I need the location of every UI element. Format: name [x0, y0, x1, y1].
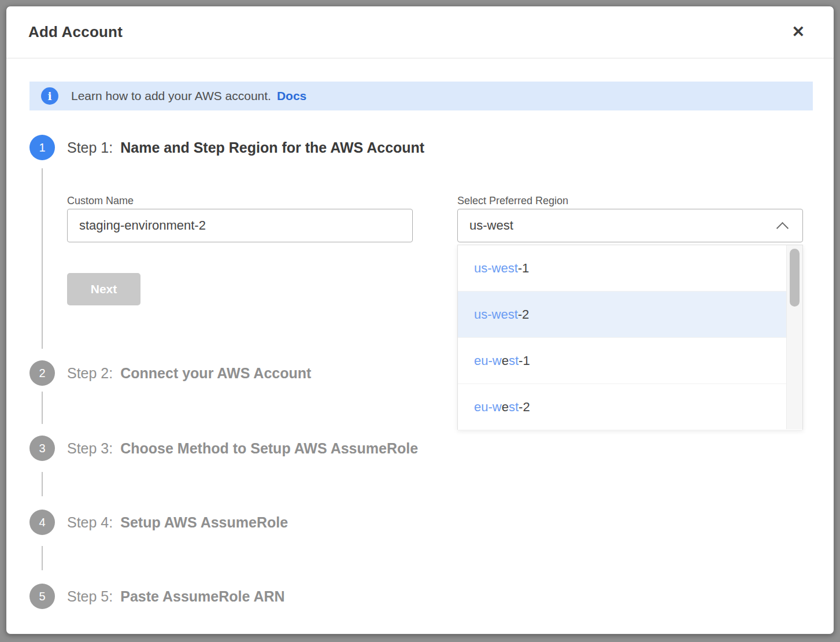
option-us-west-2[interactable]: us-west-2 [458, 292, 802, 338]
step-5-name: Paste AssumeRole ARN [120, 588, 284, 604]
option-text: us-west [474, 307, 518, 322]
custom-name-label: Custom Name [67, 193, 413, 209]
close-icon[interactable]: ✕ [789, 22, 807, 42]
option-text: st [509, 353, 519, 368]
step-4-label: Step 4: [67, 514, 113, 530]
next-button[interactable]: Next [67, 273, 140, 305]
option-text: -1 [519, 353, 530, 368]
step-5-label: Step 5: [67, 588, 113, 604]
option-text: e [502, 400, 509, 414]
step-4-title: Step 4:Setup AWS AssumeRole [67, 514, 288, 531]
step-3-name: Choose Method to Setup AWS AssumeRole [120, 440, 418, 456]
step-connector-2 [42, 392, 43, 424]
add-account-modal: Add Account ✕ i Learn how to add your AW… [6, 6, 834, 634]
option-eu-west-1[interactable]: eu-west-1 [458, 338, 802, 384]
step-4-row: 4 Step 4:Setup AWS AssumeRole [29, 510, 288, 535]
step-2-indicator: 2 [29, 360, 55, 386]
step-3-row: 3 Step 3:Choose Method to Setup AWS Assu… [29, 436, 418, 461]
option-text: e [502, 353, 509, 368]
dropdown-scrollbar[interactable] [786, 245, 802, 429]
step-connector-4 [42, 546, 43, 570]
step-5-title: Step 5:Paste AssumeRole ARN [67, 588, 285, 605]
step-1-label: Step 1: [67, 139, 113, 156]
region-label: Select Preferred Region [457, 193, 803, 209]
scrollbar-thumb[interactable] [790, 249, 800, 307]
option-eu-west-2[interactable]: eu-west-2 [458, 384, 802, 430]
info-icon: i [41, 87, 58, 105]
option-us-west-1[interactable]: us-west-1 [458, 245, 802, 292]
step-2-row: 2 Step 2:Connect your AWS Account [29, 360, 311, 386]
page-title: Add Account [28, 23, 123, 41]
docs-link[interactable]: Docs [277, 89, 306, 103]
step-3-indicator: 3 [29, 436, 55, 461]
option-text: -1 [518, 261, 530, 275]
step-1-title: Step 1:Name and Step Region for the AWS … [67, 139, 424, 156]
info-banner: i Learn how to add your AWS account. Doc… [29, 82, 813, 110]
modal-body: i Learn how to add your AWS account. Doc… [6, 58, 834, 634]
option-text: eu-w [474, 353, 502, 368]
option-text: st [509, 400, 519, 414]
step-3-title: Step 3:Choose Method to Setup AWS Assume… [67, 440, 418, 457]
step-5-row: 5 Step 5:Paste AssumeRole ARN [29, 584, 285, 609]
option-text: eu-w [474, 400, 502, 414]
option-text: -2 [519, 400, 530, 414]
region-field: Select Preferred Region us-west-1 us-wes… [457, 193, 803, 242]
custom-name-input[interactable] [67, 209, 413, 242]
step-3-label: Step 3: [67, 440, 113, 456]
step-1-row: 1 Step 1:Name and Step Region for the AW… [29, 135, 424, 160]
step-1-indicator: 1 [29, 135, 55, 160]
step-connector-1 [42, 168, 43, 349]
step-4-name: Setup AWS AssumeRole [120, 514, 288, 530]
region-dropdown: us-west-1 us-west-2 eu-west-1 eu-west-2 [457, 245, 803, 430]
step-1-name: Name and Step Region for the AWS Account [120, 139, 424, 156]
step-4-indicator: 4 [29, 510, 55, 535]
step-2-title: Step 2:Connect your AWS Account [67, 365, 311, 382]
step-5-indicator: 5 [29, 584, 55, 609]
region-input[interactable] [457, 209, 803, 242]
region-combobox[interactable] [457, 209, 803, 242]
step-2-label: Step 2: [67, 365, 113, 381]
option-text: us-west [474, 261, 518, 275]
banner-text: Learn how to add your AWS account. [71, 89, 271, 103]
modal-header: Add Account ✕ [6, 6, 834, 58]
option-text: -2 [518, 307, 530, 322]
step-2-name: Connect your AWS Account [120, 365, 311, 381]
custom-name-field: Custom Name [67, 193, 413, 242]
step-connector-3 [42, 472, 43, 496]
